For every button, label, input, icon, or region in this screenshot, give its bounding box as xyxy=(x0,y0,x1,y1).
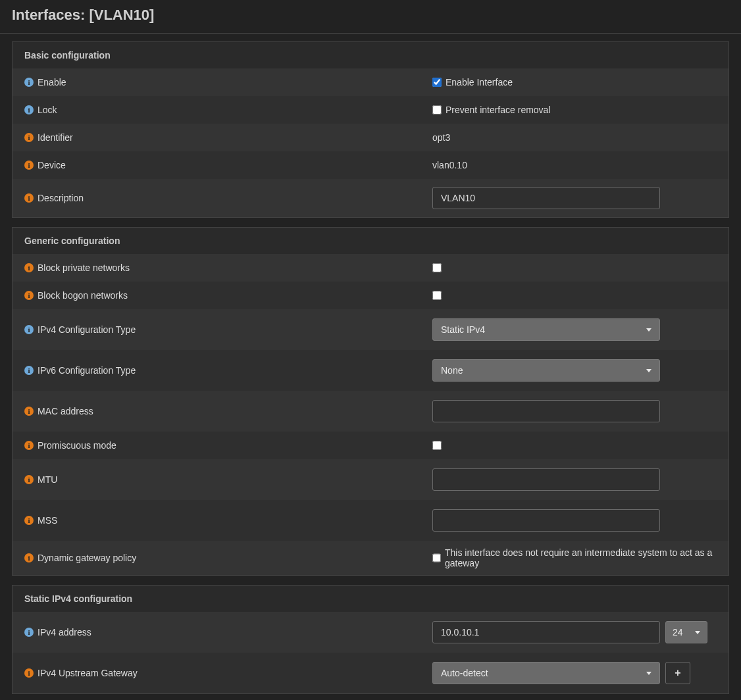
svg-text:i: i xyxy=(28,628,30,636)
enable-label: Enable xyxy=(38,77,66,88)
panel-header-basic: Basic configuration xyxy=(13,42,728,68)
info-icon[interactable]: i xyxy=(24,161,34,170)
caret-down-icon xyxy=(646,672,652,675)
enable-checkbox[interactable] xyxy=(432,78,442,87)
caret-down-icon xyxy=(646,328,652,332)
row-mtu: i MTU xyxy=(13,459,728,500)
caret-down-icon xyxy=(695,631,700,634)
info-icon[interactable]: i xyxy=(24,628,34,637)
ipv4-cidr-select[interactable]: 24 xyxy=(665,621,707,643)
block-private-label: Block private networks xyxy=(38,262,130,273)
device-value: vlan0.10 xyxy=(432,160,467,170)
svg-text:i: i xyxy=(28,291,30,299)
row-promisc: i Promiscuous mode xyxy=(13,432,728,459)
block-private-checkbox[interactable] xyxy=(432,263,442,272)
panel-static-ipv4: Static IPv4 configuration i IPv4 address… xyxy=(12,585,729,694)
row-ipv4-cfg: i IPv4 Configuration Type Static IPv4 xyxy=(13,309,728,350)
info-icon[interactable]: i xyxy=(24,105,34,114)
svg-text:i: i xyxy=(28,264,30,272)
ipv4-gw-label: IPv4 Upstream Gateway xyxy=(38,668,138,678)
panel-basic-config: Basic configuration i Enable Enable Inte… xyxy=(12,41,729,218)
info-icon[interactable]: i xyxy=(24,553,34,562)
info-icon[interactable]: i xyxy=(24,291,34,300)
svg-text:i: i xyxy=(28,194,30,202)
ipv4-gw-select[interactable]: Auto-detect xyxy=(432,662,660,684)
row-ipv4-gw: i IPv4 Upstream Gateway Auto-detect + xyxy=(13,653,728,693)
info-icon[interactable]: i xyxy=(24,668,34,678)
row-enable: i Enable Enable Interface xyxy=(13,68,728,96)
info-icon[interactable]: i xyxy=(24,263,34,272)
description-label: Description xyxy=(38,193,84,203)
info-icon[interactable]: i xyxy=(24,193,34,203)
svg-text:i: i xyxy=(28,554,30,562)
identifier-label: Identifier xyxy=(38,132,73,143)
lock-checkbox-label: Prevent interface removal xyxy=(446,105,551,115)
lock-checkbox[interactable] xyxy=(432,105,442,114)
svg-text:i: i xyxy=(28,78,30,86)
ipv4-cfg-select[interactable]: Static IPv4 xyxy=(432,318,660,341)
info-icon[interactable]: i xyxy=(24,407,34,416)
svg-text:i: i xyxy=(28,516,30,524)
ipv4-addr-input[interactable] xyxy=(432,621,660,643)
row-block-bogon: i Block bogon networks xyxy=(13,282,728,309)
svg-text:i: i xyxy=(28,106,30,114)
lock-label: Lock xyxy=(38,105,57,115)
svg-text:i: i xyxy=(28,669,30,677)
ipv4-cfg-value: Static IPv4 xyxy=(441,324,485,335)
row-dyn-gw: i Dynamic gateway policy This interface … xyxy=(13,541,728,575)
ipv4-gw-value: Auto-detect xyxy=(441,668,488,678)
row-description: i Description xyxy=(13,179,728,217)
svg-text:i: i xyxy=(28,366,30,374)
add-gateway-button[interactable]: + xyxy=(665,662,690,684)
device-label: Device xyxy=(38,160,66,170)
identifier-value: opt3 xyxy=(432,132,450,143)
ipv6-cfg-value: None xyxy=(441,365,463,376)
row-mss: i MSS xyxy=(13,500,728,541)
svg-text:i: i xyxy=(28,476,30,484)
page-title: Interfaces: [VLAN10] xyxy=(0,4,741,34)
row-device: i Device vlan0.10 xyxy=(13,151,728,179)
mac-label: MAC address xyxy=(38,406,93,416)
mtu-input[interactable] xyxy=(432,468,660,491)
promisc-label: Promiscuous mode xyxy=(38,440,116,451)
info-icon[interactable]: i xyxy=(24,133,34,142)
row-lock: i Lock Prevent interface removal xyxy=(13,96,728,124)
info-icon[interactable]: i xyxy=(24,516,34,525)
plus-icon: + xyxy=(675,667,680,679)
mac-input[interactable] xyxy=(432,400,660,422)
row-block-private: i Block private networks xyxy=(13,254,728,282)
row-mac: i MAC address xyxy=(13,391,728,432)
mtu-label: MTU xyxy=(38,474,57,485)
svg-text:i: i xyxy=(28,407,30,415)
description-input[interactable] xyxy=(432,187,660,209)
ipv4-cidr-value: 24 xyxy=(673,627,683,638)
dyn-gw-label: Dynamic gateway policy xyxy=(38,553,136,563)
enable-checkbox-label: Enable Interface xyxy=(446,77,513,88)
block-bogon-label: Block bogon networks xyxy=(38,290,128,301)
svg-text:i: i xyxy=(28,161,30,169)
dyn-gw-checkbox[interactable] xyxy=(432,553,441,562)
info-icon[interactable]: i xyxy=(24,441,34,450)
row-identifier: i Identifier opt3 xyxy=(13,124,728,151)
svg-text:i: i xyxy=(28,441,30,449)
info-icon[interactable]: i xyxy=(24,78,34,87)
ipv6-cfg-select[interactable]: None xyxy=(432,359,660,382)
panel-header-static-ipv4: Static IPv4 configuration xyxy=(13,586,728,612)
caret-down-icon xyxy=(646,369,652,372)
info-icon[interactable]: i xyxy=(24,325,34,334)
block-bogon-checkbox[interactable] xyxy=(432,291,442,300)
dyn-gw-checkbox-label: This interface does not require an inter… xyxy=(445,547,717,568)
svg-text:i: i xyxy=(28,134,30,141)
mss-label: MSS xyxy=(38,515,57,526)
info-icon[interactable]: i xyxy=(24,475,34,484)
info-icon[interactable]: i xyxy=(24,366,34,375)
ipv4-cfg-label: IPv4 Configuration Type xyxy=(38,324,136,335)
panel-header-generic: Generic configuration xyxy=(13,228,728,254)
svg-text:i: i xyxy=(28,326,30,334)
row-ipv4-addr: i IPv4 address 24 xyxy=(13,612,728,653)
mss-input[interactable] xyxy=(432,509,660,532)
ipv6-cfg-label: IPv6 Configuration Type xyxy=(38,365,136,376)
panel-generic-config: Generic configuration i Block private ne… xyxy=(12,227,729,576)
promisc-checkbox[interactable] xyxy=(432,441,442,450)
ipv4-addr-label: IPv4 address xyxy=(38,627,91,638)
